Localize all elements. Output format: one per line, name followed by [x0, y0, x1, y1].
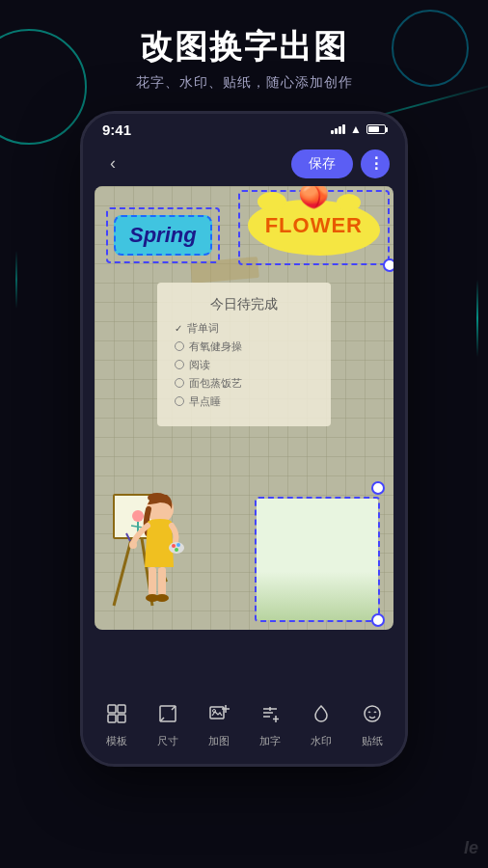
toolbar-right: 保存 ⋮ — [291, 149, 390, 178]
size-icon — [157, 703, 178, 730]
svg-point-8 — [148, 493, 167, 502]
sticker-icon — [362, 703, 383, 730]
tool-add-image[interactable]: 加图 — [208, 703, 230, 748]
svg-point-18 — [175, 548, 178, 552]
hero-subtitle: 花字、水印、贴纸，随心添加创作 — [19, 74, 469, 92]
flower-text: FLOWER — [265, 213, 363, 237]
bunny-rotate-handle[interactable] — [371, 481, 385, 495]
tool-size[interactable]: 尺寸 — [157, 703, 178, 748]
flower-sticker[interactable]: 🍑 FLOWER — [248, 200, 380, 256]
todo-item-2: 有氧健身操 — [175, 339, 313, 354]
add-image-icon — [208, 703, 230, 730]
peach-emoji: 🍑 — [298, 186, 329, 210]
todo-note: 今日待完成 ✓ 背单词 有氧健身操 阅读 面包蒸饭艺 — [157, 283, 331, 426]
wifi-icon: ▲ — [350, 122, 362, 136]
tool-watermark[interactable]: 水印 — [311, 703, 332, 748]
status-bar: 9:41 ▲ — [83, 114, 405, 142]
more-button[interactable]: ⋮ — [361, 149, 390, 178]
svg-rect-41 — [108, 705, 116, 713]
watermark-label: 水印 — [311, 734, 332, 748]
spring-box: Spring — [114, 215, 212, 256]
watermark-icon — [311, 703, 332, 730]
save-button[interactable]: 保存 — [291, 149, 353, 178]
bottom-toolbar: 模板 尺寸 — [83, 693, 405, 764]
svg-point-47 — [212, 709, 215, 712]
status-time: 9:41 — [102, 122, 131, 138]
resize-handle-br[interactable] — [383, 258, 393, 272]
svg-point-4 — [132, 510, 144, 522]
svg-point-52 — [365, 706, 380, 721]
tool-sticker[interactable]: 贴纸 — [362, 703, 383, 748]
add-image-label: 加图 — [208, 734, 230, 748]
svg-rect-43 — [108, 715, 116, 722]
tape-decoration — [190, 257, 259, 284]
svg-point-14 — [155, 594, 169, 602]
svg-rect-11 — [149, 567, 156, 596]
todo-item-1: ✓ 背单词 — [175, 321, 313, 336]
svg-point-9 — [129, 541, 137, 549]
back-button[interactable]: ‹ — [98, 149, 127, 178]
battery-icon — [366, 124, 386, 134]
hero-title: 改图换字出图 — [19, 27, 469, 67]
hero-header: 改图换字出图 花字、水印、贴纸，随心添加创作 — [0, 0, 488, 107]
svg-point-17 — [176, 543, 180, 547]
tool-template[interactable]: 模板 — [106, 703, 127, 748]
add-text-label: 加字 — [259, 734, 281, 748]
template-label: 模板 — [106, 734, 127, 748]
tool-add-text[interactable]: 加字 — [259, 703, 281, 748]
app-toolbar: ‹ 保存 ⋮ — [83, 142, 405, 186]
todo-title: 今日待完成 — [175, 296, 313, 313]
phone-mockup: 9:41 ▲ ‹ 保存 ⋮ — [0, 111, 488, 767]
template-icon — [106, 703, 127, 730]
status-icons: ▲ — [331, 122, 386, 136]
svg-rect-12 — [158, 567, 166, 596]
flower-cloud: 🍑 FLOWER — [248, 200, 380, 256]
back-arrow-icon: ‹ — [110, 153, 116, 174]
sticker-label: 贴纸 — [362, 734, 383, 748]
canvas-area[interactable]: Spring 🍑 FLOWER 今日待完成 ✓ 背单词 — [95, 186, 393, 630]
todo-item-4: 面包蒸饭艺 — [175, 376, 313, 391]
todo-item-5: 早点睡 — [175, 394, 313, 409]
bunny-resize-handle[interactable] — [371, 613, 385, 627]
bunny-background — [257, 499, 378, 620]
add-text-icon — [259, 703, 281, 730]
svg-rect-46 — [210, 707, 224, 719]
spring-sticker[interactable]: Spring — [114, 215, 212, 256]
girl-illustration — [95, 456, 201, 630]
bunny-sticker[interactable] — [255, 497, 380, 622]
signal-icon — [331, 124, 345, 134]
ic-text: Ie — [464, 838, 478, 858]
todo-item-3: 阅读 — [175, 358, 313, 372]
size-label: 尺寸 — [157, 734, 178, 748]
svg-rect-44 — [118, 715, 125, 722]
spring-text: Spring — [129, 223, 197, 247]
svg-point-16 — [172, 544, 176, 548]
phone-body: 9:41 ▲ ‹ 保存 ⋮ — [80, 111, 408, 767]
svg-rect-42 — [118, 705, 125, 713]
